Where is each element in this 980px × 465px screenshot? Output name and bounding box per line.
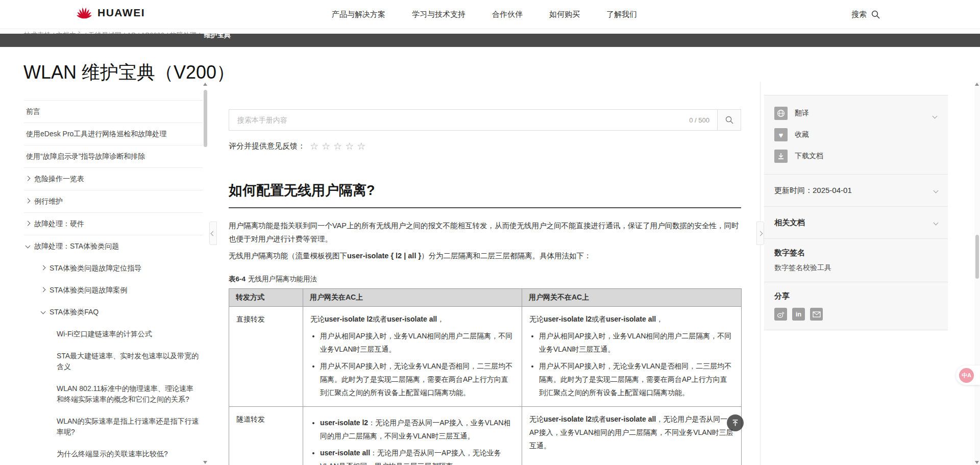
chevron-right-icon	[758, 231, 763, 236]
star-icon[interactable]: ☆	[333, 141, 342, 151]
huawei-logo[interactable]: HUAWEI	[76, 6, 145, 19]
toc-expand-icon[interactable]	[26, 199, 31, 204]
toc-scrollbar-thumb[interactable]	[204, 90, 207, 147]
toc-item-label: STA体验类FAQ	[50, 307, 99, 317]
toc-expand-icon[interactable]	[26, 176, 31, 181]
cell-on-ac: user-isolate l2：无论用户是否从同一AP接入，业务VLAN相同的用…	[303, 407, 522, 465]
utility-sidebar: 翻译 ♥ 收藏 下载文档 更新时间：2025-04-01 相关文档	[764, 95, 948, 330]
page-scrollbar[interactable]	[974, 82, 980, 465]
toc-scroll-down-arrow-icon[interactable]	[203, 461, 207, 464]
weibo-icon[interactable]	[774, 308, 787, 321]
toc-item[interactable]: 危险操作一览表	[24, 167, 203, 190]
toc-item[interactable]: STA最大建链速率、实时发包速率以及带宽的含义	[24, 345, 203, 378]
toc-expand-icon[interactable]	[41, 309, 46, 314]
char-counter: 0 / 500	[689, 116, 717, 124]
toc-expand-icon[interactable]	[41, 265, 46, 271]
toc-item-label: 例行维护	[34, 196, 63, 207]
article-paragraph: 无线用户隔离功能（流量模板视图下user-isolate { l2 | all …	[229, 249, 741, 262]
article-paragraph: 用户隔离功能是指关联到同一个VAP上的所有无线用户之间的报文不能相互转发，从而使…	[229, 219, 741, 246]
manual-search-box: 0 / 500	[229, 109, 741, 131]
star-icon[interactable]: ☆	[310, 141, 318, 151]
update-time-row[interactable]: 更新时间：2025-04-01	[774, 184, 938, 197]
update-time-section: 更新时间：2025-04-01	[764, 174, 948, 206]
table-caption: 表6-4无线用户隔离功能用法	[229, 275, 741, 284]
page-scroll-up-arrow-icon[interactable]	[975, 83, 979, 86]
table-caption-text: 无线用户隔离功能用法	[248, 275, 317, 283]
translate-fab-tab: 中A	[956, 365, 980, 385]
toc-item[interactable]: 前言	[24, 100, 203, 123]
search-icon	[871, 10, 880, 19]
toc-item-label: 故障处理：STA体验类问题	[34, 241, 119, 252]
toc-item[interactable]: 为什么终端显示的关联速率比较低?	[24, 443, 203, 465]
toc-item-label: Wi-Fi空口建链速率的计算公式	[57, 329, 152, 339]
breadcrumb-zone: 技术支持 / 文档中心 / 无线局域网 / AP / AP6600 / 故障处理…	[0, 29, 980, 47]
toc-item[interactable]: 使用“故障启示录”指导故障诊断和排除	[24, 145, 203, 167]
download-row[interactable]: 下载文档	[774, 145, 938, 167]
toc-item[interactable]: WLAN的实际速率是指上行速率还是指下行速率呢?	[24, 410, 203, 443]
toc-item[interactable]: STA体验类FAQ	[24, 301, 203, 323]
manual-search-submit-button[interactable]	[717, 110, 741, 130]
linkedin-icon[interactable]: in	[792, 308, 805, 321]
manual-search-input[interactable]	[229, 116, 689, 124]
nav-item[interactable]: 学习与技术支持	[412, 10, 465, 19]
toc-item[interactable]: STA体验类问题故障定位指导	[24, 257, 203, 279]
star-icon[interactable]: ☆	[345, 141, 354, 151]
toc-item[interactable]: 例行维护	[24, 190, 203, 212]
toc-item-label: 使用eDesk Pro工具进行网络巡检和故障处理	[26, 129, 166, 139]
toc-item[interactable]: WLAN 802.11标准中的物理速率、理论速率和终端实际速率的概念和它们之间的…	[24, 378, 203, 410]
toc-collapse-handle[interactable]	[209, 222, 217, 245]
share-title: 分享	[774, 291, 938, 301]
globe-icon	[774, 107, 788, 120]
page-scrollbar-thumb[interactable]	[975, 235, 979, 279]
digital-signature-title: 数字签名	[774, 248, 938, 258]
translate-row[interactable]: 翻译	[774, 103, 938, 124]
breadcrumb-current: 维护宝典	[204, 31, 231, 39]
toc-scrollbar[interactable]	[203, 82, 208, 465]
related-docs-row[interactable]: 相关文档	[774, 216, 938, 229]
bullet: user-isolate l2：无论用户是否从同一AP接入，业务VLAN相同的用…	[320, 416, 514, 443]
bullet: 用户从不同AP接入时，无论业务VLAN是否相同，二三层均不隔离。此时为了是实现二…	[320, 359, 514, 399]
nav-item[interactable]: 如何购买	[549, 10, 580, 19]
tools-section: 翻译 ♥ 收藏 下载文档	[764, 95, 948, 174]
table-row: 直接转发 无论user-isolate l2或者user-isolate all…	[229, 307, 742, 407]
top-nav-bar: HUAWEI 产品与解决方案 学习与技术支持 合作伙伴 如何购买 了解我们 搜索	[0, 0, 980, 29]
feedback-label: 评分并提供意见反馈：	[229, 141, 305, 151]
translate-fab-button[interactable]: 中A	[959, 368, 974, 383]
signature-tool-link[interactable]: 数字签名校验工具	[774, 263, 938, 273]
site-search-button[interactable]: 搜索	[851, 0, 880, 29]
bullet-list: 用户从相同AP接入时，业务VLAN相同的用户二层隔离，不同业务VLAN时三层互通…	[529, 329, 734, 399]
toc-expand-icon[interactable]	[26, 221, 31, 226]
cell-intro: 无论user-isolate l2或者user-isolate all，	[310, 312, 514, 326]
toc-expand-icon[interactable]	[41, 287, 46, 292]
nav-item[interactable]: 了解我们	[606, 10, 637, 19]
related-docs-section: 相关文档	[764, 206, 948, 238]
toc-item[interactable]: 故障处理：STA体验类问题	[24, 235, 203, 257]
nav-item[interactable]: 合作伙伴	[492, 10, 523, 19]
toc-item-label: STA最大建链速率、实时发包速率以及带宽的含义	[57, 351, 201, 372]
star-icon[interactable]: ☆	[357, 141, 365, 151]
sidebar-collapse-handle[interactable]	[756, 222, 764, 245]
toc-item[interactable]: 故障处理：硬件	[24, 212, 203, 235]
star-icon[interactable]: ☆	[322, 141, 330, 151]
toc-item-label: WLAN 802.11标准中的物理速率、理论速率和终端实际速率的概念和它们之间的…	[57, 383, 201, 405]
arrow-up-to-top-icon	[731, 419, 739, 427]
favorite-row[interactable]: ♥ 收藏	[774, 124, 938, 145]
page-scroll-down-arrow-icon[interactable]	[975, 461, 979, 464]
table-caption-label: 表6-4	[229, 275, 246, 283]
toc-scroll-up-arrow-icon[interactable]	[203, 83, 207, 86]
toc-item-label: STA体验类问题故障案例	[50, 285, 127, 296]
toc-item[interactable]: STA体验类问题故障案例	[24, 279, 203, 301]
toc-item[interactable]: Wi-Fi空口建链速率的计算公式	[24, 323, 203, 345]
email-icon[interactable]	[810, 308, 823, 321]
bullet-list: user-isolate l2：无论用户是否从同一AP接入，业务VLAN相同的用…	[310, 416, 514, 465]
toc-item[interactable]: 使用eDesk Pro工具进行网络巡检和故障处理	[24, 123, 203, 145]
download-label: 下载文档	[795, 152, 823, 161]
nav-item[interactable]: 产品与解决方案	[332, 10, 385, 19]
breadcrumb-dark-bar	[0, 34, 980, 47]
chevron-left-icon	[211, 231, 216, 236]
favorite-label: 收藏	[795, 130, 809, 139]
col-header: 转发方式	[229, 289, 303, 307]
bullet: 用户从相同AP接入时，业务VLAN相同的用户二层隔离，不同业务VLAN时三层互通…	[320, 329, 514, 356]
toc-expand-icon[interactable]	[26, 243, 31, 249]
back-to-top-button[interactable]	[727, 414, 744, 431]
